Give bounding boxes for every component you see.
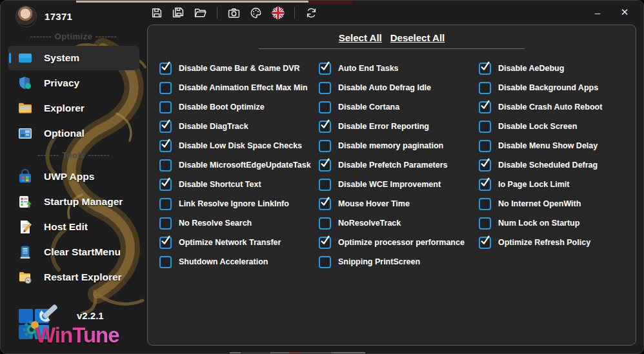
checkbox-checked[interactable] — [319, 63, 331, 75]
sidebar-item-optional[interactable]: Optional — [8, 121, 139, 146]
sidebar-item-startup-manager[interactable]: Startup Manager — [8, 190, 139, 214]
brand-area: v2.2.1 WinTune — [1, 297, 146, 354]
tweak-row: Disable Error Reporting — [319, 117, 465, 136]
tweak-row: Disable Boot Optimize — [159, 97, 311, 117]
tweak-label: Link Resolve Ignore LinkInfo — [179, 199, 289, 208]
sidebar: 17371 ------- Optimize -------SystemPriv… — [1, 1, 146, 354]
username: 17371 — [45, 11, 72, 22]
tweak-label: Disable Low Disk Space Checks — [179, 141, 302, 150]
checkbox-checked[interactable] — [319, 198, 331, 210]
close-button[interactable]: ✕ — [614, 3, 636, 21]
checkbox-checked[interactable] — [319, 121, 331, 133]
tweak-label: Disable WCE Improvement — [338, 180, 441, 189]
tweak-label: Disable Auto Defrag Idle — [338, 83, 431, 92]
checkbox-checked[interactable] — [159, 121, 172, 133]
checkbox-unchecked[interactable] — [479, 82, 491, 94]
main-panel: Select All Deselect All Disable Game Bar… — [147, 25, 636, 346]
checkbox-unchecked[interactable] — [479, 140, 491, 152]
screenshot-button[interactable] — [225, 4, 243, 21]
tweak-row: Disable Crash Auto Reboot — [479, 97, 602, 117]
toolbar — [148, 4, 320, 21]
save-button[interactable] — [148, 4, 165, 21]
tweak-row: Disable Low Disk Space Checks — [159, 136, 311, 155]
checkbox-checked[interactable] — [319, 237, 331, 249]
sidebar-item-privacy[interactable]: Privacy — [8, 71, 139, 95]
checkbox-checked[interactable] — [479, 101, 491, 113]
tweak-label: Disable Scheduled Defrag — [498, 161, 598, 170]
optional-icon — [17, 126, 33, 141]
tweak-row: Disable AeDebug — [479, 59, 602, 78]
sidebar-item-restart-explorer[interactable]: Restart Explorer — [8, 265, 139, 290]
checkbox-unchecked[interactable] — [159, 101, 172, 113]
checkbox-checked[interactable] — [319, 159, 331, 172]
tweak-label: No Resolve Search — [179, 219, 252, 228]
tweak-row: Disable Auto Defrag Idle — [319, 78, 465, 97]
theme-button[interactable] — [247, 4, 265, 21]
uwp-apps-icon — [17, 169, 33, 184]
checkbox-unchecked[interactable] — [319, 179, 331, 191]
checkbox-unchecked[interactable] — [159, 198, 172, 210]
tweak-label: Disable Crash Auto Reboot — [498, 103, 602, 112]
checkbox-unchecked[interactable] — [319, 82, 331, 94]
checkbox-unchecked[interactable] — [319, 140, 331, 152]
sidebar-item-clear-startmenu[interactable]: Clear StartMenu — [8, 240, 139, 264]
clear-startmenu-icon — [17, 244, 33, 260]
checkbox-checked[interactable] — [159, 237, 172, 249]
checkbox-checked[interactable] — [479, 159, 491, 172]
checkbox-unchecked[interactable] — [159, 82, 172, 94]
tweak-label: Disable Error Reporting — [338, 122, 429, 131]
sidebar-item-uwp-apps[interactable]: UWP Apps — [8, 164, 139, 189]
checkbox-column-1: Disable Game Bar & Game DVRDisable Anima… — [159, 59, 311, 271]
palette-icon — [250, 7, 262, 19]
tweak-row: Snipping PrintScreen — [319, 252, 465, 271]
checkbox-unchecked[interactable] — [319, 256, 331, 268]
avatar[interactable] — [16, 6, 36, 26]
checkbox-unchecked[interactable] — [479, 121, 491, 133]
background-window-edge-red — [308, 1, 352, 4]
sidebar-nav: ------- Optimize -------SystemPrivacyExp… — [1, 28, 146, 290]
tweak-label: Optimize Refresh Policy — [498, 238, 590, 247]
tweak-row: NoResolveTrack — [319, 213, 465, 233]
checkbox-unchecked[interactable] — [159, 159, 172, 172]
privacy-icon — [17, 75, 33, 91]
checkbox-unchecked[interactable] — [479, 217, 491, 230]
checkbox-checked[interactable] — [479, 63, 491, 75]
select-all-link[interactable]: Select All — [339, 32, 382, 43]
window-controls: – ✕ — [587, 3, 636, 21]
sidebar-item-explorer[interactable]: Explorer — [8, 96, 139, 121]
checkbox-unchecked[interactable] — [319, 217, 331, 230]
checkbox-unchecked[interactable] — [159, 217, 172, 230]
save-as-button[interactable] — [170, 4, 187, 21]
checkbox-checked[interactable] — [159, 63, 172, 75]
tweak-row: Disable Game Bar & Game DVR — [159, 59, 311, 78]
section-separator: ------- Tools ------- — [1, 146, 146, 164]
tweak-row: No Internet OpenWith — [479, 194, 602, 213]
language-button[interactable] — [269, 4, 287, 21]
sidebar-item-label: System — [44, 52, 79, 64]
tweak-label: Disable Animation Effect Max Min — [179, 83, 308, 92]
checkbox-unchecked[interactable] — [479, 198, 491, 210]
open-file-button[interactable] — [192, 4, 209, 21]
checkbox-unchecked[interactable] — [319, 101, 331, 113]
camera-icon — [228, 7, 240, 19]
bulk-action-links: Select All Deselect All — [148, 32, 636, 43]
checkbox-checked[interactable] — [159, 179, 172, 191]
section-separator: ------- Optimize ------- — [1, 28, 146, 45]
refresh-button[interactable] — [303, 4, 320, 21]
toolbar-separator — [294, 7, 295, 19]
checkbox-checked[interactable] — [479, 237, 491, 249]
sidebar-item-label: Explorer — [44, 103, 85, 114]
tweak-label: Disable Game Bar & Game DVR — [179, 64, 300, 73]
sidebar-item-label: Privacy — [44, 77, 79, 89]
sidebar-item-label: Restart Explorer — [44, 271, 122, 283]
minimize-button[interactable]: – — [587, 3, 609, 21]
host-edit-icon — [17, 219, 33, 235]
sidebar-item-host-edit[interactable]: Host Edit — [8, 215, 139, 239]
sidebar-item-system[interactable]: System — [8, 46, 139, 70]
checkbox-checked[interactable] — [479, 179, 491, 191]
checkbox-checked[interactable] — [159, 140, 172, 152]
deselect-all-link[interactable]: Deselect All — [390, 32, 445, 43]
tweak-label: Shutdown Acceleration — [179, 257, 268, 266]
checkbox-unchecked[interactable] — [159, 256, 172, 268]
tweak-label: Disable Prefetch Parameters — [338, 161, 448, 170]
